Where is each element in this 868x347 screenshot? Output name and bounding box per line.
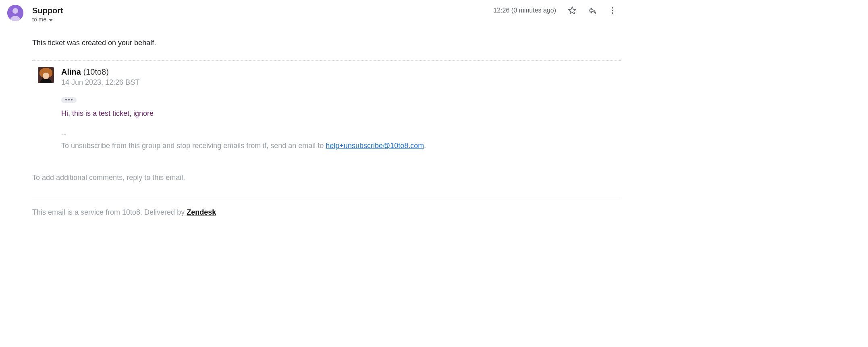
agent-org: (10to8)	[83, 67, 108, 76]
dotted-separator	[32, 60, 621, 61]
agent-timestamp: 14 Jun 2023, 12:26 BST	[61, 78, 621, 87]
svg-point-4	[612, 13, 613, 14]
unsubscribe-period: .	[424, 142, 426, 150]
footer-line: This email is a service from 10to8. Deli…	[32, 208, 621, 217]
footer-separator	[32, 199, 621, 199]
unsubscribe-line: To unsubscribe from this group and stop …	[61, 142, 621, 150]
show-trimmed-content-button[interactable]	[61, 97, 77, 103]
email-header: Support to me 12:26 (0 minutes ago)	[7, 5, 621, 23]
signature-dashes: --	[61, 130, 621, 138]
star-icon	[568, 6, 577, 15]
agent-name-line: Alina (10to8)	[61, 67, 621, 77]
unsubscribe-prefix: To unsubscribe from this group and stop …	[61, 142, 326, 150]
agent-name: Alina	[61, 67, 81, 76]
more-vertical-icon	[608, 6, 617, 15]
star-button[interactable]	[567, 5, 578, 16]
footer-service-text: This email is a service from 10to8. Deli…	[32, 208, 187, 216]
ticket-block: Alina (10to8) 14 Jun 2023, 12:26 BST Hi,…	[32, 67, 621, 150]
recipient-dropdown[interactable]: to me	[32, 16, 63, 23]
reply-button[interactable]	[587, 5, 598, 16]
agent-avatar	[38, 67, 54, 83]
ticket-intro-text: This ticket was created on your behalf.	[32, 39, 621, 47]
reply-icon	[588, 6, 597, 15]
ticket-message-body: Hi, this is a test ticket, ignore	[61, 109, 621, 118]
reply-hint-text: To add additional comments, reply to thi…	[32, 174, 621, 182]
recipient-label: to me	[32, 16, 46, 23]
sender-name: Support	[32, 6, 63, 15]
email-timestamp: 12:26 (0 minutes ago)	[493, 7, 556, 14]
svg-point-1	[12, 8, 18, 14]
unsubscribe-link[interactable]: help+unsubscribe@10to8.com	[326, 142, 424, 150]
sender-avatar[interactable]	[7, 5, 23, 21]
svg-point-3	[612, 10, 613, 11]
more-button[interactable]	[607, 5, 618, 16]
svg-point-2	[612, 7, 613, 9]
chevron-down-icon	[49, 16, 53, 23]
zendesk-link[interactable]: Zendesk	[187, 208, 216, 216]
ellipsis-icon	[65, 99, 73, 100]
